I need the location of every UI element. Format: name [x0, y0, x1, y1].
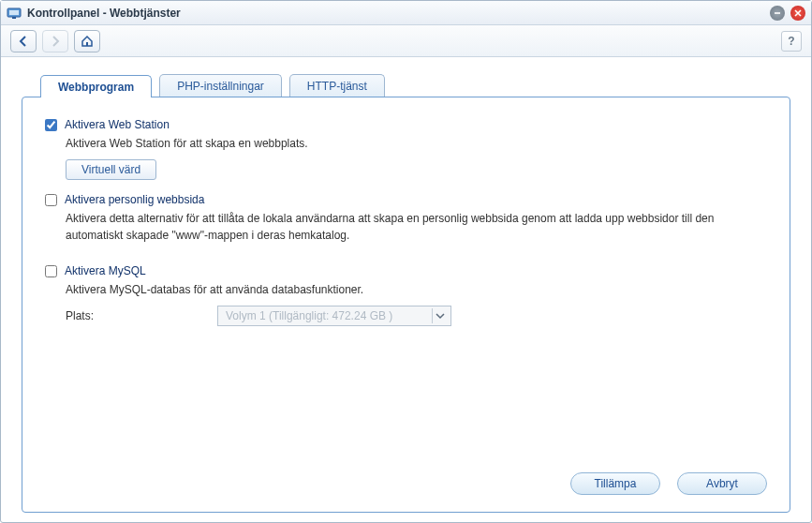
mysql-location-label: Plats:	[66, 309, 206, 322]
svg-rect-2	[12, 17, 16, 19]
group-mysql: Aktivera MySQL Aktivera MySQL-databas fö…	[45, 264, 767, 326]
group-webstation: Aktivera Web Station Aktivera Web Statio…	[45, 118, 767, 180]
virtual-host-button[interactable]: Virtuell värd	[66, 159, 156, 180]
mysql-location-row: Plats: Volym 1 (Tillgängligt: 472.24 GB …	[66, 306, 767, 326]
content-area: Webbprogram PHP-inställningar HTTP-tjäns…	[1, 57, 811, 522]
tab-label: Webbprogram	[58, 81, 134, 94]
app-icon	[7, 6, 22, 21]
checkbox-row-mysql[interactable]: Aktivera MySQL	[45, 264, 767, 277]
tab-http-tjanst[interactable]: HTTP-tjänst	[289, 74, 385, 97]
webstation-desc: Aktivera Web Station för att skapa en we…	[66, 135, 767, 152]
forward-button[interactable]	[42, 30, 68, 52]
tab-php-installningar[interactable]: PHP-inställningar	[159, 74, 282, 97]
tab-label: HTTP-tjänst	[307, 80, 367, 93]
toolbar: ?	[1, 25, 811, 57]
cancel-button[interactable]: Avbryt	[677, 472, 767, 495]
enable-personal-label: Aktivera personlig webbsida	[65, 193, 204, 206]
window: Kontrollpanel - Webbtjänster ? Webbprogr…	[0, 0, 812, 523]
enable-personal-checkbox[interactable]	[45, 194, 57, 206]
enable-mysql-label: Aktivera MySQL	[65, 264, 146, 277]
enable-webstation-checkbox[interactable]	[45, 119, 57, 131]
svg-rect-3	[775, 12, 780, 14]
panel-spacer	[45, 339, 767, 463]
panel-footer: Tillämpa Avbryt	[45, 463, 767, 495]
tabbar: Webbprogram PHP-inställningar HTTP-tjäns…	[22, 74, 790, 97]
close-button[interactable]	[790, 6, 805, 21]
back-button[interactable]	[10, 30, 37, 52]
tab-panel-webbprogram: Aktivera Web Station Aktivera Web Statio…	[22, 97, 790, 513]
svg-rect-1	[9, 10, 19, 15]
checkbox-row-webstation[interactable]: Aktivera Web Station	[45, 118, 767, 131]
mysql-location-value: Volym 1 (Tillgängligt: 472.24 GB )	[226, 309, 392, 322]
chevron-down-icon	[432, 308, 447, 323]
mysql-desc: Aktivera MySQL-databas för att använda d…	[66, 281, 767, 298]
personal-desc: Aktivera detta alternativ för att tillåt…	[66, 210, 767, 244]
enable-mysql-checkbox[interactable]	[45, 265, 57, 277]
group-personal-website: Aktivera personlig webbsida Aktivera det…	[45, 193, 767, 251]
mysql-location-select[interactable]: Volym 1 (Tillgängligt: 472.24 GB )	[217, 306, 451, 326]
tab-label: PHP-inställningar	[177, 80, 264, 93]
home-button[interactable]	[74, 30, 100, 52]
titlebar: Kontrollpanel - Webbtjänster	[1, 1, 811, 25]
checkbox-row-personal[interactable]: Aktivera personlig webbsida	[45, 193, 767, 206]
tab-webbprogram[interactable]: Webbprogram	[40, 75, 152, 97]
help-button[interactable]: ?	[781, 31, 802, 52]
enable-webstation-label: Aktivera Web Station	[65, 118, 170, 131]
apply-button[interactable]: Tillämpa	[570, 472, 660, 495]
window-title: Kontrollpanel - Webbtjänster	[27, 7, 764, 20]
minimize-button[interactable]	[770, 6, 785, 21]
svg-rect-4	[86, 42, 88, 46]
